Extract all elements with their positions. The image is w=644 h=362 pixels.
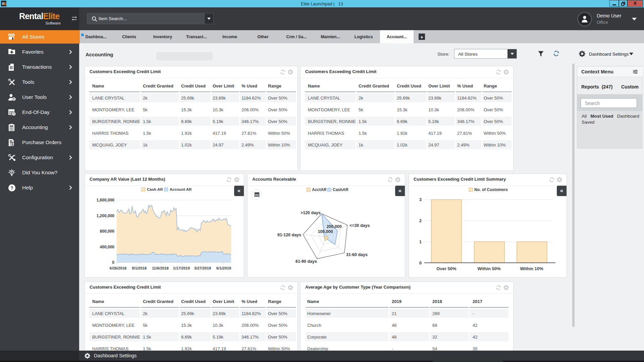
svg-text:6/1/2019: 6/1/2019 [216,266,231,270]
svg-text:1,600,000: 1,600,000 [97,198,115,202]
svg-text:3/27/2019: 3/27/2019 [194,266,211,270]
svg-text:?: ? [10,185,13,191]
svg-text:400,000: 400,000 [100,245,115,249]
svg-text:3: 3 [419,197,422,202]
svg-text:61-90 days: 61-90 days [296,259,317,264]
svg-text:9/1/2018: 9/1/2018 [132,266,147,270]
svg-text:>120 days: >120 days [301,210,321,215]
svg-text:1,200,000: 1,200,000 [97,214,115,218]
svg-text:2: 2 [419,219,422,223]
svg-text:Over 50%: Over 50% [436,266,457,271]
svg-text:0: 0 [112,260,114,265]
svg-text:$: $ [11,142,13,146]
svg-text:0: 0 [419,261,422,265]
svg-text:1: 1 [419,240,422,244]
svg-text:91-120 days: 91-120 days [277,233,301,237]
svg-text:6/26/2018: 6/26/2018 [110,266,126,270]
svg-text:1/17/2019: 1/17/2019 [173,266,190,270]
svg-text:Within 10%: Within 10% [520,266,543,271]
svg-text:100,000: 100,000 [318,229,333,234]
svg-text:Within 50%: Within 50% [477,266,501,271]
svg-text:31-60 days: 31-60 days [346,252,368,257]
svg-text:200,000: 200,000 [326,224,341,229]
svg-text:11/6/2018: 11/6/2018 [152,266,169,270]
svg-text:<=30 days: <=30 days [350,223,370,228]
svg-text:800,000: 800,000 [100,229,115,234]
